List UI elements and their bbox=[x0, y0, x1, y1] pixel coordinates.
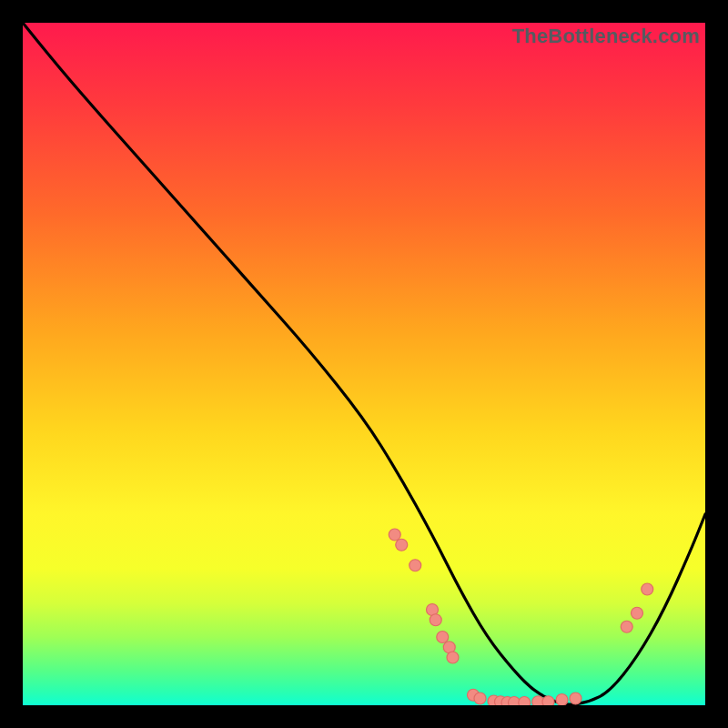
plot-area: TheBottleneck.com bbox=[23, 23, 705, 705]
scatter-point bbox=[389, 529, 400, 541]
scatter-point bbox=[396, 539, 408, 551]
scatter-point bbox=[430, 614, 441, 626]
chart-overlay-svg bbox=[23, 23, 705, 705]
chart-stage: TheBottleneck.com bbox=[0, 0, 728, 728]
scatter-point bbox=[542, 696, 554, 705]
scatter-point bbox=[632, 607, 643, 619]
scatter-point bbox=[519, 697, 531, 706]
scatter-point bbox=[642, 583, 653, 595]
scatter-point bbox=[570, 693, 581, 704]
scatter-point bbox=[474, 693, 486, 704]
scatter-point bbox=[556, 694, 568, 706]
scatter-point bbox=[437, 632, 449, 643]
scatter-point bbox=[410, 560, 421, 571]
bottleneck-curve bbox=[23, 23, 705, 704]
scatter-point bbox=[447, 652, 459, 663]
scatter-point bbox=[621, 621, 632, 632]
